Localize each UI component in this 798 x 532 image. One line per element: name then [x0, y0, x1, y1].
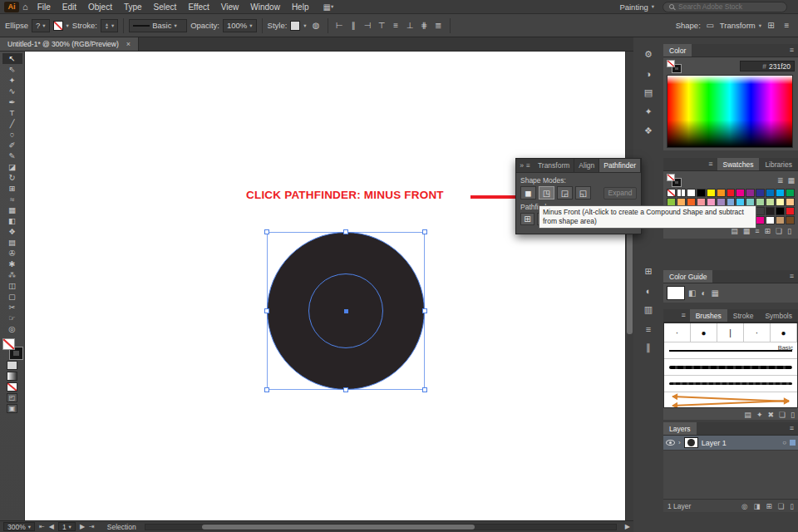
scroll-right-icon[interactable]: ▶	[625, 523, 630, 530]
color-button[interactable]	[7, 361, 17, 370]
panel-tab[interactable]: Transform	[534, 159, 574, 172]
selected-art-indicator[interactable]	[790, 440, 796, 446]
zoom-tool[interactable]: ◎	[2, 323, 22, 334]
menu-item[interactable]: Effect	[182, 2, 214, 12]
eraser-tool[interactable]: ◪	[2, 161, 22, 172]
drawing-mode-button[interactable]: ◰	[7, 393, 17, 402]
locate-object-icon[interactable]: ◎	[741, 502, 747, 510]
direct-selection-tool[interactable]: ⇖	[2, 64, 22, 75]
transform-label[interactable]: Transform	[720, 21, 756, 30]
previous-artboard-icon[interactable]: ◀	[49, 523, 54, 530]
remove-brush-stroke-icon[interactable]: ✖	[767, 411, 774, 419]
selection-handle[interactable]	[422, 387, 427, 392]
ellipse-tool[interactable]: ○	[2, 129, 22, 140]
artboard-tool[interactable]: ▢	[2, 291, 22, 302]
style-swatch[interactable]	[290, 21, 300, 31]
edit-colors-icon[interactable]: ◐	[701, 288, 706, 298]
delete-brush-icon[interactable]: ▯	[791, 411, 795, 419]
artboards-panel-icon[interactable]: ⚙	[638, 47, 658, 62]
brush-item[interactable]: ·	[744, 323, 771, 342]
hand-tool[interactable]: ☞	[2, 313, 22, 323]
horizontal-scrollbar-thumb[interactable]	[202, 525, 475, 530]
selection-handle[interactable]	[264, 229, 269, 234]
gradient-tool[interactable]: ▤	[2, 237, 22, 248]
swatch[interactable]	[756, 198, 765, 206]
brush-libraries-icon[interactable]: ▤	[744, 411, 751, 419]
scale-tool[interactable]: ⊞	[2, 183, 22, 194]
arrow-brush-row[interactable]	[664, 392, 797, 408]
shape-builder-tool[interactable]: ◧	[2, 215, 22, 226]
new-swatch-icon[interactable]: ❏	[776, 227, 782, 235]
align-top-icon[interactable]: ⊤	[376, 19, 388, 32]
swatch[interactable]	[736, 189, 745, 197]
minus-front-button[interactable]: ◳	[539, 186, 554, 200]
lasso-tool[interactable]: ∿	[2, 86, 22, 96]
collapse-panel-icon[interactable]: »	[520, 161, 524, 170]
swatch[interactable]	[776, 216, 785, 224]
last-artboard-icon[interactable]: ⇥	[89, 523, 95, 530]
menu-item[interactable]: View	[215, 2, 245, 12]
swatch[interactable]	[746, 189, 755, 197]
libraries-panel-icon[interactable]: ✦	[756, 411, 763, 419]
magic-wand-tool[interactable]: ✦	[2, 75, 22, 86]
swatch[interactable]	[707, 189, 716, 197]
selection-handle[interactable]	[264, 387, 269, 392]
hex-color-field[interactable]: # 231f20	[740, 61, 795, 71]
align-left-icon[interactable]: ⊢	[333, 19, 346, 32]
swatch[interactable]	[786, 207, 795, 215]
swatch[interactable]	[727, 189, 736, 197]
swatch[interactable]	[786, 189, 795, 197]
stroke-weight-field[interactable]: ▲▼ ▾	[101, 19, 118, 32]
distribute-vertical-icon[interactable]: ≣	[432, 19, 445, 32]
appearance-panel-icon[interactable]: ✦	[638, 105, 658, 119]
brush-definition-dropdown[interactable]: Basic ▾	[129, 19, 187, 32]
tab-color-guide[interactable]: Color Guide	[663, 270, 712, 283]
close-icon[interactable]: ×	[126, 40, 131, 48]
visibility-eye-icon[interactable]	[666, 440, 675, 446]
swatch[interactable]	[756, 207, 765, 215]
swatch[interactable]	[776, 189, 785, 197]
basic-brush-row[interactable]: Basic	[664, 342, 797, 359]
save-color-group-icon[interactable]: ▦	[712, 288, 719, 298]
home-icon[interactable]: ⌂	[22, 2, 28, 12]
opacity-field[interactable]: 100% ▾	[223, 19, 257, 32]
expand-chevron-icon[interactable]: ›	[678, 439, 681, 446]
artboard-number-dropdown[interactable]: 1 ▾	[58, 522, 76, 531]
swatch[interactable]	[776, 198, 785, 206]
swatch[interactable]	[677, 189, 686, 197]
menu-item[interactable]: Type	[118, 2, 148, 12]
panel-menu-icon[interactable]: ≡	[786, 270, 798, 283]
canvas[interactable]	[25, 52, 625, 520]
swatch[interactable]	[687, 189, 696, 197]
selection-handle[interactable]	[343, 387, 348, 392]
swatch[interactable]	[766, 189, 775, 197]
color-spectrum[interactable]	[667, 75, 793, 148]
panel-tab[interactable]: Align	[574, 159, 599, 172]
gradient-panel-icon[interactable]: ▥	[638, 303, 658, 317]
menu-item[interactable]: Window	[244, 2, 286, 12]
swatch[interactable]	[717, 189, 726, 197]
pen-tool[interactable]: ✒	[2, 96, 22, 107]
fill-stroke-indicator[interactable]	[2, 338, 22, 359]
mesh-tool[interactable]: ❖	[2, 226, 22, 237]
chevron-down-icon[interactable]: ▾	[303, 22, 306, 29]
delete-layer-icon[interactable]: ▯	[790, 502, 794, 510]
align-panel-icon[interactable]: ∥	[638, 341, 658, 355]
width-tool[interactable]: ≈	[2, 194, 22, 204]
expand-button[interactable]: Expand	[603, 187, 637, 200]
swatch[interactable]	[786, 198, 795, 206]
limit-colors-icon[interactable]: ◧	[688, 288, 696, 298]
stroke-panel-icon[interactable]: ≡	[638, 322, 658, 336]
selection-handle[interactable]	[264, 308, 269, 313]
panel-tab[interactable]: Symbols	[759, 309, 798, 322]
chevron-down-icon[interactable]: ▾	[759, 22, 761, 29]
symbol-sprayer-tool[interactable]: ⁂	[2, 269, 22, 280]
arrange-documents-caret-icon[interactable]: ▾	[331, 3, 333, 10]
brush-item[interactable]: ●	[691, 323, 717, 342]
workspace-switcher[interactable]: Painting ▾	[619, 2, 654, 12]
fill-stroke-indicator[interactable]	[667, 60, 681, 72]
charcoal-thin-brush-row[interactable]	[664, 376, 797, 392]
grid-view-icon[interactable]: ▦	[787, 176, 795, 185]
panel-tab[interactable]: Pathfinder	[599, 159, 641, 172]
swatch[interactable]	[756, 216, 765, 224]
